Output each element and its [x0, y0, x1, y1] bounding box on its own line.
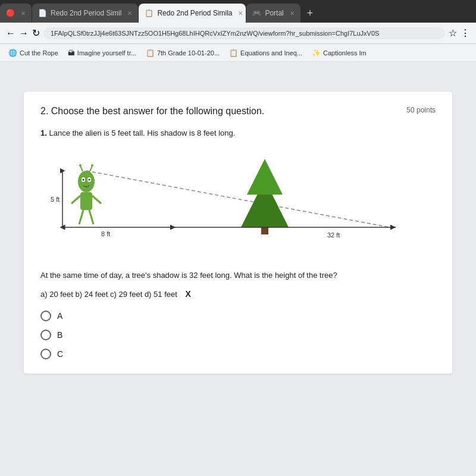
forward-icon[interactable]: →: [19, 28, 29, 39]
bookmark-label-equations: Equations and Ineq...: [240, 49, 302, 57]
x-mark: X: [185, 289, 190, 299]
bookmark-label-cut: Cut the Rope: [20, 49, 58, 57]
svg-line-13: [92, 196, 101, 203]
radio-label-b: B: [57, 330, 62, 340]
bookmarks-bar: 🌐 Cut the Rope 🏔 Imagine yourself tr... …: [0, 44, 476, 62]
menu-icon[interactable]: ⋮: [461, 27, 470, 39]
question-title: 2. Choose the best answer for the follow…: [40, 106, 264, 117]
bookmark-label-7thgrade: 7th Grade 10-01-20...: [157, 49, 220, 57]
problem-statement: Lance the alien is 5 feet tall. His shad…: [49, 129, 235, 137]
radio-options: A B C: [40, 311, 436, 359]
question-card: 2. Choose the best answer for the follow…: [24, 92, 452, 374]
tab-close-first[interactable]: 🔴 ✕: [0, 4, 32, 23]
tab-icon-2: 📋: [145, 9, 154, 17]
bookmark-icon-7thgrade: 📋: [146, 49, 155, 57]
radio-circle-c[interactable]: [40, 349, 51, 359]
bookmark-icon[interactable]: ☆: [449, 27, 457, 39]
svg-point-10: [91, 164, 93, 167]
svg-line-14: [79, 210, 83, 224]
svg-line-12: [71, 196, 80, 203]
radio-option-b[interactable]: B: [40, 330, 436, 340]
address-input[interactable]: [43, 27, 445, 39]
svg-point-2: [78, 171, 95, 192]
bookmark-icon-cut: 🌐: [8, 49, 17, 57]
svg-marker-20: [247, 159, 283, 195]
choices-text: a) 20 feet b) 24 feet c) 29 feet d) 51 f…: [40, 290, 177, 299]
svg-text:8 ft: 8 ft: [101, 230, 110, 237]
radio-option-a[interactable]: A: [40, 311, 436, 321]
bookmark-icon-equations: 📋: [229, 49, 238, 57]
bookmark-icon-imagine: 🏔: [68, 49, 75, 57]
radio-option-c[interactable]: C: [40, 349, 436, 359]
bookmark-equations[interactable]: 📋 Equations and Ineq...: [226, 48, 306, 58]
problem-number: 1.: [40, 129, 47, 137]
svg-line-9: [90, 166, 92, 171]
svg-text:32 ft: 32 ft: [327, 231, 340, 239]
new-tab-button[interactable]: +: [301, 4, 320, 23]
bookmark-captionless[interactable]: ✨ Captionless Im: [308, 48, 370, 58]
problem-diagram: 5 ft 8 ft: [40, 147, 436, 266]
points-label: 50 points: [406, 106, 436, 114]
tab-bar: 🔴 ✕ 📄 Redo 2nd Period Simil ✕ 📋 Redo 2nd…: [0, 0, 476, 23]
page-content: 2. Choose the best answer for the follow…: [0, 62, 476, 476]
radio-label-c: C: [57, 349, 63, 359]
svg-line-18: [86, 171, 390, 227]
bookmark-label-imagine: Imagine yourself tr...: [77, 49, 136, 57]
svg-point-5: [83, 179, 84, 181]
tab-1[interactable]: 📄 Redo 2nd Period Simil ✕: [32, 4, 138, 23]
svg-rect-11: [80, 192, 92, 210]
reload-icon[interactable]: ↻: [32, 27, 40, 39]
tab-label-3: Portal: [265, 9, 283, 17]
tab-2[interactable]: 📋 Redo 2nd Period Simila ✕: [139, 4, 246, 23]
shadow-question: At the same time of day, a tree's shadow…: [40, 271, 436, 280]
svg-line-15: [89, 210, 93, 224]
tab-icon-3: 🎮: [252, 9, 261, 17]
radio-label-a: A: [57, 311, 62, 321]
answer-choices: a) 20 feet b) 24 feet c) 29 feet d) 51 f…: [40, 289, 436, 299]
svg-rect-21: [261, 227, 268, 234]
tab-label-2: Redo 2nd Period Simila: [157, 9, 232, 17]
problem-text: 1. Lance the alien is 5 feet tall. His s…: [40, 129, 436, 137]
tab-label-1: Redo 2nd Period Simil: [51, 9, 121, 17]
bookmark-7thgrade[interactable]: 📋 7th Grade 10-01-20...: [142, 48, 223, 58]
bookmark-label-captionless: Captionless Im: [323, 49, 367, 57]
question-text: Choose the best answer for the following…: [51, 106, 264, 116]
back-icon[interactable]: ←: [6, 28, 15, 39]
bookmark-icon-captionless: ✨: [312, 49, 321, 57]
svg-line-7: [80, 166, 83, 171]
tab-icon-first: 🔴: [6, 9, 15, 17]
bookmark-imagine[interactable]: 🏔 Imagine yourself tr...: [64, 48, 140, 58]
address-bar: ← → ↻ ☆ ⋮: [0, 23, 476, 44]
tab-close-3[interactable]: ✕: [290, 10, 295, 17]
question-number: 2.: [40, 106, 48, 116]
svg-text:5 ft: 5 ft: [51, 196, 60, 203]
bookmark-cut-the-rope[interactable]: 🌐 Cut the Rope: [5, 48, 62, 58]
question-header: 2. Choose the best answer for the follow…: [40, 106, 436, 117]
radio-circle-b[interactable]: [40, 330, 51, 340]
tab-close-1[interactable]: ✕: [127, 10, 132, 17]
tab-icon-1: 📄: [38, 9, 47, 17]
svg-point-6: [89, 179, 90, 181]
top-gray-section: [6, 68, 470, 86]
radio-circle-a[interactable]: [40, 311, 51, 321]
tab-close-2[interactable]: ✕: [238, 10, 243, 17]
svg-point-8: [79, 164, 82, 167]
tab-3[interactable]: 🎮 Portal ✕: [246, 4, 300, 23]
tab-x-button[interactable]: ✕: [21, 10, 26, 17]
